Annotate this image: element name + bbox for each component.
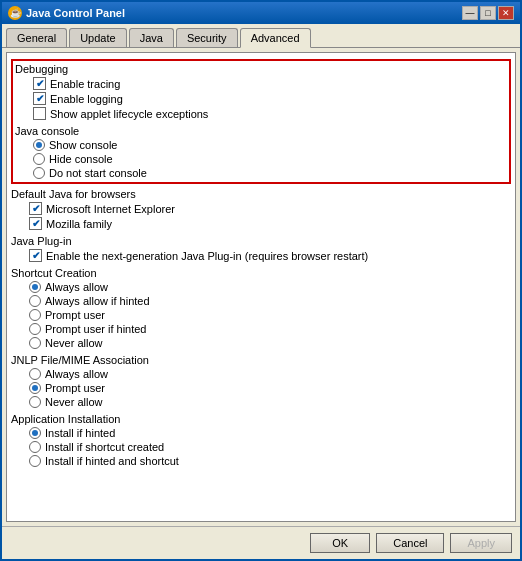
radio-4-1[interactable] — [29, 295, 41, 307]
bottom-bar: OK Cancel Apply — [2, 526, 520, 559]
item-0-2[interactable]: Show applet lifecycle exceptions — [15, 106, 507, 121]
item-label-0-0: Enable tracing — [50, 78, 120, 90]
radio-1-2[interactable] — [33, 167, 45, 179]
section-items-3: ✔Enable the next-generation Java Plug-in… — [11, 248, 511, 263]
item-1-2[interactable]: Do not start console — [15, 166, 507, 180]
item-label-0-2: Show applet lifecycle exceptions — [50, 108, 208, 120]
radio-6-2[interactable] — [29, 455, 41, 467]
tab-general[interactable]: General — [6, 28, 67, 47]
item-label-2-1: Mozilla family — [46, 218, 112, 230]
radio-4-4[interactable] — [29, 337, 41, 349]
item-label-0-1: Enable logging — [50, 93, 123, 105]
section-label-5: JNLP File/MIME Association — [11, 354, 511, 366]
item-label-2-0: Microsoft Internet Explorer — [46, 203, 175, 215]
title-bar-left: ☕ Java Control Panel — [8, 6, 125, 20]
tab-advanced[interactable]: Advanced — [240, 28, 311, 48]
window-title: Java Control Panel — [26, 7, 125, 19]
item-5-0[interactable]: Always allow — [11, 367, 511, 381]
section-items-6: Install if hintedInstall if shortcut cre… — [11, 426, 511, 468]
item-label-1-1: Hide console — [49, 153, 113, 165]
title-buttons: — □ ✕ — [462, 6, 514, 20]
title-bar: ☕ Java Control Panel — □ ✕ — [2, 2, 520, 24]
highlighted-group: Debugging✔Enable tracing✔Enable loggingS… — [11, 59, 511, 184]
item-2-0[interactable]: ✔Microsoft Internet Explorer — [11, 201, 511, 216]
item-label-6-1: Install if shortcut created — [45, 441, 164, 453]
checkbox-0-0[interactable]: ✔ — [33, 77, 46, 90]
item-5-1[interactable]: Prompt user — [11, 381, 511, 395]
section-items-2: ✔Microsoft Internet Explorer✔Mozilla fam… — [11, 201, 511, 231]
item-label-4-0: Always allow — [45, 281, 108, 293]
section-items-4: Always allowAlways allow if hintedPrompt… — [11, 280, 511, 350]
item-label-5-2: Never allow — [45, 396, 102, 408]
section-label-4: Shortcut Creation — [11, 267, 511, 279]
section-items-1: Show consoleHide consoleDo not start con… — [15, 138, 507, 180]
section-label-0: Debugging — [15, 63, 507, 75]
item-4-3[interactable]: Prompt user if hinted — [11, 322, 511, 336]
main-window: ☕ Java Control Panel — □ ✕ General Updat… — [0, 0, 522, 561]
item-label-3-0: Enable the next-generation Java Plug-in … — [46, 250, 368, 262]
radio-5-0[interactable] — [29, 368, 41, 380]
item-5-2[interactable]: Never allow — [11, 395, 511, 409]
radio-4-3[interactable] — [29, 323, 41, 335]
radio-5-2[interactable] — [29, 396, 41, 408]
java-icon: ☕ — [8, 6, 22, 20]
section-label-1: Java console — [15, 125, 507, 137]
radio-6-0[interactable] — [29, 427, 41, 439]
ok-button[interactable]: OK — [310, 533, 370, 553]
maximize-button[interactable]: □ — [480, 6, 496, 20]
tab-update[interactable]: Update — [69, 28, 126, 47]
radio-5-1[interactable] — [29, 382, 41, 394]
radio-4-2[interactable] — [29, 309, 41, 321]
item-label-4-1: Always allow if hinted — [45, 295, 150, 307]
item-0-1[interactable]: ✔Enable logging — [15, 91, 507, 106]
content-area: Debugging✔Enable tracing✔Enable loggingS… — [2, 48, 520, 526]
section-items-0: ✔Enable tracing✔Enable loggingShow apple… — [15, 76, 507, 121]
scroll-panel[interactable]: Debugging✔Enable tracing✔Enable loggingS… — [6, 52, 516, 522]
checkbox-2-1[interactable]: ✔ — [29, 217, 42, 230]
item-1-0[interactable]: Show console — [15, 138, 507, 152]
radio-6-1[interactable] — [29, 441, 41, 453]
item-6-2[interactable]: Install if hinted and shortcut — [11, 454, 511, 468]
item-label-6-0: Install if hinted — [45, 427, 115, 439]
item-label-5-1: Prompt user — [45, 382, 105, 394]
section-label-2: Default Java for browsers — [11, 188, 511, 200]
item-label-5-0: Always allow — [45, 368, 108, 380]
checkbox-2-0[interactable]: ✔ — [29, 202, 42, 215]
close-button[interactable]: ✕ — [498, 6, 514, 20]
item-4-1[interactable]: Always allow if hinted — [11, 294, 511, 308]
item-label-4-2: Prompt user — [45, 309, 105, 321]
item-label-6-2: Install if hinted and shortcut — [45, 455, 179, 467]
minimize-button[interactable]: — — [462, 6, 478, 20]
item-4-0[interactable]: Always allow — [11, 280, 511, 294]
checkbox-0-2[interactable] — [33, 107, 46, 120]
item-6-1[interactable]: Install if shortcut created — [11, 440, 511, 454]
item-label-1-2: Do not start console — [49, 167, 147, 179]
item-6-0[interactable]: Install if hinted — [11, 426, 511, 440]
tab-security[interactable]: Security — [176, 28, 238, 47]
item-1-1[interactable]: Hide console — [15, 152, 507, 166]
item-4-4[interactable]: Never allow — [11, 336, 511, 350]
section-label-3: Java Plug-in — [11, 235, 511, 247]
checkbox-0-1[interactable]: ✔ — [33, 92, 46, 105]
item-label-1-0: Show console — [49, 139, 118, 151]
item-label-4-3: Prompt user if hinted — [45, 323, 147, 335]
radio-1-1[interactable] — [33, 153, 45, 165]
cancel-button[interactable]: Cancel — [376, 533, 444, 553]
radio-1-0[interactable] — [33, 139, 45, 151]
section-items-5: Always allowPrompt userNever allow — [11, 367, 511, 409]
item-0-0[interactable]: ✔Enable tracing — [15, 76, 507, 91]
item-4-2[interactable]: Prompt user — [11, 308, 511, 322]
item-3-0[interactable]: ✔Enable the next-generation Java Plug-in… — [11, 248, 511, 263]
checkbox-3-0[interactable]: ✔ — [29, 249, 42, 262]
item-2-1[interactable]: ✔Mozilla family — [11, 216, 511, 231]
section-label-6: Application Installation — [11, 413, 511, 425]
tab-java[interactable]: Java — [129, 28, 174, 47]
tabs-bar: General Update Java Security Advanced — [2, 24, 520, 48]
radio-4-0[interactable] — [29, 281, 41, 293]
item-label-4-4: Never allow — [45, 337, 102, 349]
apply-button[interactable]: Apply — [450, 533, 512, 553]
